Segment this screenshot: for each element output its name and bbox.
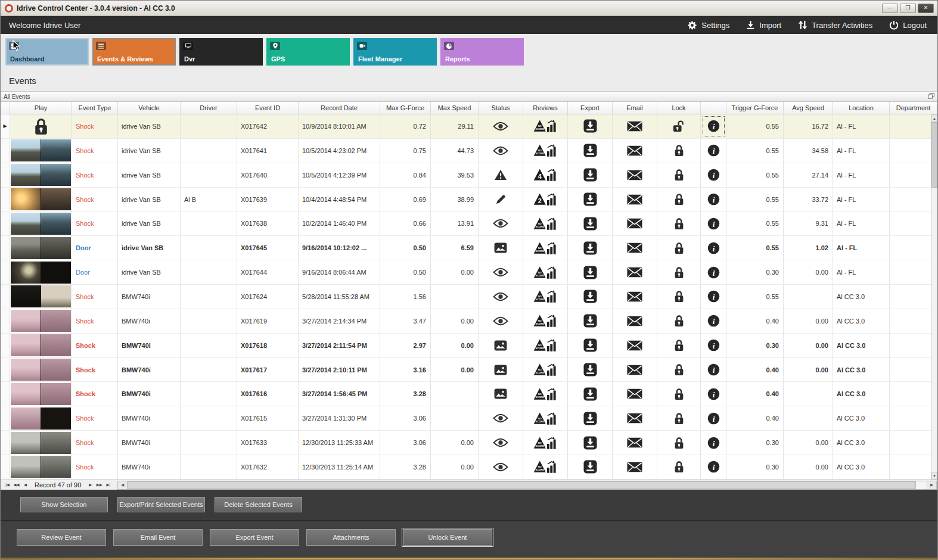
email-icon[interactable] bbox=[613, 285, 657, 309]
lock-icon[interactable] bbox=[657, 406, 701, 430]
table-row[interactable]: Shockidrive Van SBAl BX01763910/4/2014 4… bbox=[1, 188, 937, 212]
export-icon[interactable] bbox=[568, 163, 613, 187]
info-icon[interactable]: i bbox=[701, 431, 726, 455]
column-header-blank[interactable] bbox=[1, 102, 10, 114]
table-row[interactable]: ShockBMW740iX01763312/30/2013 11:25:33 A… bbox=[1, 431, 937, 455]
info-icon[interactable]: i bbox=[701, 114, 726, 138]
status-image-icon[interactable] bbox=[479, 334, 523, 357]
table-row[interactable]: Dooridrive Van SBX0176449/16/2014 8:06:4… bbox=[1, 260, 937, 285]
event-video-thumbnail[interactable] bbox=[10, 431, 72, 455]
info-icon[interactable]: i bbox=[701, 260, 726, 284]
tab-gps[interactable]: GPS bbox=[266, 38, 350, 66]
lock-icon[interactable] bbox=[657, 455, 701, 479]
email-icon[interactable] bbox=[613, 431, 657, 455]
vertical-scrollbar-thumb[interactable] bbox=[931, 122, 937, 188]
prev-page-button[interactable]: ◀◀ bbox=[12, 481, 21, 489]
reviews-score-icon[interactable]: NOSCORE bbox=[523, 236, 568, 260]
export-icon[interactable] bbox=[568, 260, 613, 284]
reviews-score-icon[interactable]: NOSCORE bbox=[523, 431, 568, 455]
table-row[interactable]: ShockBMW740iX0176183/27/2014 2:11:54 PM2… bbox=[1, 334, 937, 358]
transfer-activities-button[interactable]: Transfer Activities bbox=[798, 20, 872, 30]
table-row[interactable]: ShockBMW740iX0176173/27/2014 2:10:11 PM3… bbox=[1, 358, 937, 382]
reviews-score-icon[interactable]: NOSCORE bbox=[523, 334, 568, 357]
scroll-left-arrow[interactable]: ◀ bbox=[118, 481, 128, 489]
info-icon[interactable]: i bbox=[701, 163, 726, 187]
event-video-thumbnail[interactable] bbox=[10, 382, 72, 406]
export-print-selected-button[interactable]: Export/Print Selected Events bbox=[117, 497, 205, 512]
title-bar[interactable]: Idrive Control Center - 3.0.4 version - … bbox=[1, 1, 937, 16]
export-icon[interactable] bbox=[568, 285, 613, 309]
show-selection-button[interactable]: Show Selection bbox=[20, 497, 108, 512]
table-row[interactable]: Shockidrive Van SBX01763810/2/2014 1:46:… bbox=[1, 211, 937, 236]
lock-icon[interactable] bbox=[657, 236, 701, 260]
info-icon[interactable]: i bbox=[701, 211, 726, 235]
reviews-score-icon[interactable]: NOSCORE bbox=[523, 358, 568, 382]
table-row[interactable]: Dooridrive Van SBX0176459/16/2014 10:12:… bbox=[1, 236, 937, 260]
email-icon[interactable] bbox=[613, 455, 657, 479]
email-icon[interactable] bbox=[613, 114, 657, 138]
column-header-email[interactable]: Email bbox=[613, 102, 657, 114]
info-icon[interactable]: i bbox=[701, 455, 726, 479]
reviews-score-icon[interactable]: NOSCORE bbox=[523, 114, 568, 138]
status-pencil-icon[interactable] bbox=[479, 188, 523, 211]
event-video-thumbnail[interactable] bbox=[10, 358, 72, 382]
email-icon[interactable] bbox=[613, 139, 657, 163]
export-icon[interactable] bbox=[568, 358, 613, 382]
settings-button[interactable]: Settings bbox=[687, 20, 729, 30]
tab-dashboard[interactable]: Dashboard bbox=[5, 38, 89, 66]
table-row[interactable]: ShockBMW740iX0176153/27/2014 1:31:30 PM3… bbox=[1, 406, 937, 431]
info-icon[interactable]: i bbox=[701, 358, 726, 382]
close-button[interactable]: ✕ bbox=[918, 4, 934, 13]
reviews-score-icon[interactable]: NOSCORE bbox=[523, 260, 568, 284]
prev-record-button[interactable]: ◀ bbox=[21, 481, 30, 489]
reviews-score-icon[interactable]: NOSCORE bbox=[523, 455, 568, 479]
lock-icon[interactable] bbox=[657, 211, 701, 235]
info-icon[interactable]: i bbox=[701, 309, 726, 333]
status-eye-icon[interactable] bbox=[479, 431, 523, 455]
event-video-thumbnail[interactable] bbox=[10, 236, 72, 260]
lock-icon[interactable] bbox=[657, 163, 701, 187]
info-icon[interactable]: i bbox=[701, 236, 726, 260]
column-header-record-date[interactable]: Record Date bbox=[299, 102, 380, 114]
minimize-button[interactable]: — bbox=[882, 4, 898, 13]
column-header-export[interactable]: Export bbox=[568, 102, 613, 114]
table-row[interactable]: Shockidrive Van SBX01764110/5/2014 4:23:… bbox=[1, 139, 937, 163]
status-image-icon[interactable] bbox=[479, 382, 523, 406]
event-video-thumbnail[interactable] bbox=[10, 211, 72, 235]
email-icon[interactable] bbox=[613, 358, 657, 382]
event-video-thumbnail[interactable] bbox=[10, 285, 72, 309]
info-icon[interactable]: i bbox=[701, 382, 726, 406]
export-icon[interactable] bbox=[568, 211, 613, 235]
column-header-avg-speed[interactable]: Avg Speed bbox=[784, 102, 833, 114]
email-icon[interactable] bbox=[613, 382, 657, 406]
lock-icon[interactable] bbox=[657, 309, 701, 333]
email-icon[interactable] bbox=[613, 406, 657, 430]
lock-icon[interactable] bbox=[657, 139, 701, 163]
event-video-thumbnail[interactable] bbox=[10, 406, 72, 430]
scroll-down-arrow[interactable]: ▼ bbox=[931, 472, 937, 480]
event-video-thumbnail[interactable] bbox=[10, 309, 72, 333]
lock-icon[interactable] bbox=[657, 188, 701, 211]
email-icon[interactable] bbox=[613, 188, 657, 211]
status-eye-icon[interactable] bbox=[479, 260, 523, 284]
info-icon[interactable]: i bbox=[701, 406, 726, 430]
tab-events-reviews[interactable]: Events & Reviews bbox=[92, 38, 176, 66]
export-icon[interactable] bbox=[568, 309, 613, 333]
export-icon[interactable] bbox=[568, 334, 613, 357]
table-row[interactable]: ShockBMW740iX01763212/30/2013 11:25:14 A… bbox=[1, 455, 937, 480]
next-record-button[interactable]: ▶ bbox=[86, 481, 95, 489]
last-record-button[interactable]: ▶| bbox=[104, 481, 113, 489]
reviews-score-icon[interactable]: NOSCORE bbox=[523, 285, 568, 309]
column-header-max-g-force[interactable]: Max G-Force bbox=[380, 102, 431, 114]
column-header-driver[interactable]: Driver bbox=[181, 102, 237, 114]
event-video-thumbnail[interactable] bbox=[10, 139, 72, 163]
column-header-status[interactable]: Status bbox=[479, 102, 523, 114]
scroll-right-arrow[interactable]: ▶ bbox=[927, 481, 936, 489]
restore-panel-icon[interactable] bbox=[928, 93, 934, 100]
info-icon[interactable]: i bbox=[701, 188, 726, 211]
event-video-thumbnail[interactable] bbox=[10, 163, 72, 187]
reviews-score-icon[interactable]: NOSCORE bbox=[523, 309, 568, 333]
email-icon[interactable] bbox=[613, 334, 657, 357]
column-header-event-id[interactable]: Event ID bbox=[237, 102, 299, 114]
status-eye-icon[interactable] bbox=[479, 211, 523, 235]
